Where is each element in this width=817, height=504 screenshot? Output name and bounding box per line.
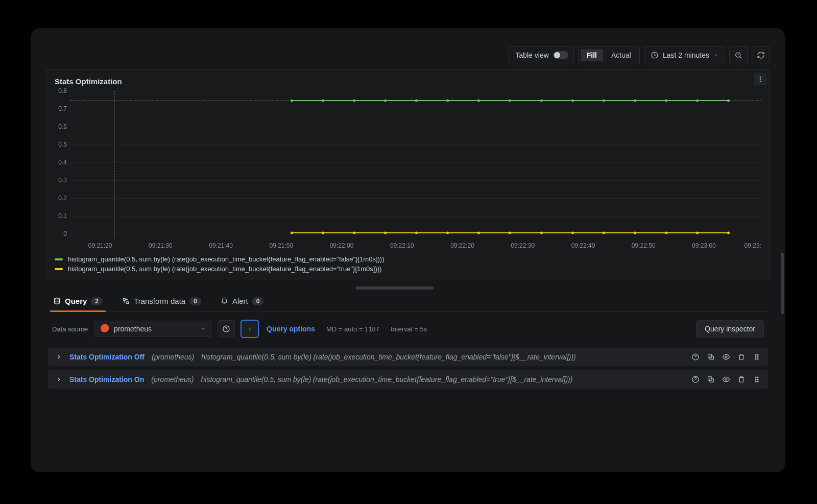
svg-point-2: [760, 77, 761, 78]
x-tick: 09:21:20: [70, 242, 130, 249]
drag-icon[interactable]: [753, 375, 761, 383]
legend-label: histogram_quantile(0.5, sum by(le) (rate…: [68, 265, 381, 273]
interval-text: Interval = 5s: [391, 325, 427, 333]
bell-icon: [221, 297, 228, 305]
svg-point-26: [757, 381, 758, 382]
y-tick: 0.1: [58, 212, 67, 220]
copy-icon[interactable]: [707, 353, 715, 361]
gridline: [70, 198, 761, 199]
chevron-down-icon: [201, 326, 206, 331]
tab-query[interactable]: Query 2: [50, 291, 106, 311]
tab-transform-badge: 0: [189, 297, 201, 305]
time-range-picker[interactable]: Last 2 minutes: [644, 46, 725, 64]
svg-point-16: [757, 358, 758, 359]
legend: histogram_quantile(0.5, sum by(le) (rate…: [55, 254, 761, 274]
actual-option[interactable]: Actual: [605, 49, 637, 61]
svg-point-11: [755, 354, 756, 355]
app-frame: Table view Fill Actual Last 2 minutes St…: [31, 28, 785, 472]
zoom-out-button[interactable]: [729, 46, 748, 64]
fill-option[interactable]: Fill: [581, 49, 603, 61]
gridline: [70, 162, 761, 163]
help-icon[interactable]: [691, 353, 700, 361]
refresh-icon: [757, 51, 765, 59]
x-tick: 09:21:50: [251, 242, 311, 249]
help-icon[interactable]: [691, 375, 700, 383]
y-tick: 0.6: [58, 123, 67, 130]
query-row: Stats Optimization Off (prometheus) hist…: [48, 348, 768, 366]
svg-point-5: [55, 298, 60, 300]
drag-icon[interactable]: [753, 353, 761, 361]
gridline: [70, 109, 761, 109]
query-datasource: (prometheus): [152, 353, 194, 361]
svg-point-4: [760, 81, 761, 82]
query-name[interactable]: Stats Optimization On: [69, 375, 144, 383]
svg-point-15: [755, 358, 756, 359]
chevron-right-icon[interactable]: [55, 353, 62, 361]
zoom-out-icon: [734, 51, 742, 59]
fill-actual-toggle[interactable]: Fill Actual: [578, 46, 640, 64]
x-tick: 09:21:40: [190, 242, 251, 249]
gridline: [70, 91, 761, 91]
tab-query-label: Query: [65, 297, 87, 305]
query-options-toggle[interactable]: [241, 320, 258, 338]
series-line-1[interactable]: [291, 232, 730, 233]
time-range-label: Last 2 minutes: [663, 51, 709, 59]
query-expression: histogram_quantile(0.5, sum by(le) (rate…: [201, 375, 685, 383]
table-view-toggle[interactable]: Table view: [509, 46, 573, 64]
y-tick: 0.2: [58, 195, 67, 202]
eye-icon[interactable]: [722, 375, 730, 383]
series-line-0[interactable]: [291, 100, 730, 101]
query-inspector-button[interactable]: Query inspector: [696, 320, 764, 338]
query-options-label[interactable]: Query options: [267, 325, 315, 333]
chart-area[interactable]: 00.10.20.30.40.50.60.70.8: [55, 91, 761, 239]
svg-point-24: [757, 379, 758, 380]
horizontal-scrollbar[interactable]: [191, 286, 626, 290]
query-row-actions: [691, 353, 761, 361]
datasource-label: Data source: [52, 325, 88, 333]
gridline: [70, 145, 761, 145]
svg-point-13: [755, 356, 756, 357]
help-icon: [222, 325, 230, 333]
query-row: Stats Optimization On (prometheus) histo…: [48, 370, 768, 389]
datasource-select[interactable]: prometheus: [94, 321, 211, 337]
tab-transform[interactable]: Transform data 0: [119, 291, 204, 311]
toolbar: Table view Fill Actual Last 2 minutes: [46, 46, 770, 64]
datasource-help-button[interactable]: [218, 320, 235, 338]
legend-swatch: [55, 258, 63, 260]
svg-point-14: [757, 356, 758, 357]
database-icon: [53, 297, 61, 305]
trash-icon[interactable]: [737, 353, 746, 361]
query-row-actions: [691, 375, 761, 383]
plot-area[interactable]: [70, 91, 761, 239]
chevron-right-icon: [247, 326, 252, 331]
svg-point-25: [755, 381, 756, 382]
query-name[interactable]: Stats Optimization Off: [69, 353, 145, 361]
y-tick: 0: [63, 230, 67, 237]
chevron-right-icon[interactable]: [55, 376, 62, 383]
query-list: Stats Optimization Off (prometheus) hist…: [46, 344, 770, 393]
switch-icon[interactable]: [553, 51, 568, 59]
y-tick: 0.8: [58, 87, 67, 94]
query-datasource: (prometheus): [151, 375, 194, 383]
legend-item[interactable]: histogram_quantile(0.5, sum by(le) (rate…: [55, 264, 761, 274]
panel-menu-button[interactable]: [754, 73, 766, 85]
datasource-name: prometheus: [114, 325, 152, 333]
tab-alert-label: Alert: [232, 297, 248, 305]
transform-icon: [122, 297, 130, 305]
eye-icon[interactable]: [722, 353, 730, 361]
trash-icon[interactable]: [737, 375, 746, 383]
editor-tabs: Query 2 Transform data 0 Alert 0: [46, 291, 770, 312]
gridline: [70, 216, 761, 217]
legend-item[interactable]: histogram_quantile(0.5, sum by(le) (rate…: [55, 254, 761, 264]
vertical-scrollbar-thumb[interactable]: [781, 253, 784, 314]
tab-alert[interactable]: Alert 0: [218, 291, 267, 311]
refresh-button[interactable]: [752, 46, 770, 64]
svg-point-10: [725, 356, 727, 358]
copy-icon[interactable]: [707, 375, 715, 383]
y-tick: 0.5: [58, 141, 67, 148]
x-tick: 09:22:20: [432, 242, 492, 249]
tab-transform-label: Transform data: [134, 297, 185, 305]
scrollbar-thumb[interactable]: [356, 286, 434, 290]
chevron-down-icon: [713, 53, 718, 58]
kebab-icon: [757, 76, 764, 83]
